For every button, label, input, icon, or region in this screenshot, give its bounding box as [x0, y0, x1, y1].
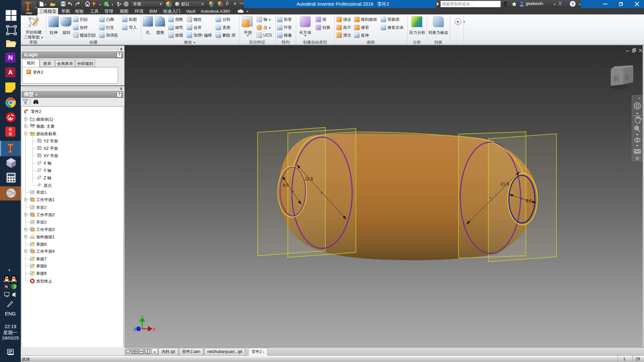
svg-text:21.5: 21.5: [500, 181, 509, 186]
svg-text:21.5: 21.5: [305, 176, 313, 181]
svg-text:9.5: 9.5: [526, 198, 532, 203]
svg-text:Z: Z: [133, 327, 136, 332]
svg-text:N: N: [5, 285, 8, 289]
svg-text:Y: Y: [141, 314, 144, 319]
svg-text:9.5: 9.5: [283, 183, 289, 188]
svg-text:X: X: [153, 326, 156, 331]
svg-text:前: 前: [613, 75, 620, 82]
svg-text:右: 右: [625, 74, 630, 80]
svg-text:x: x: [638, 97, 640, 100]
